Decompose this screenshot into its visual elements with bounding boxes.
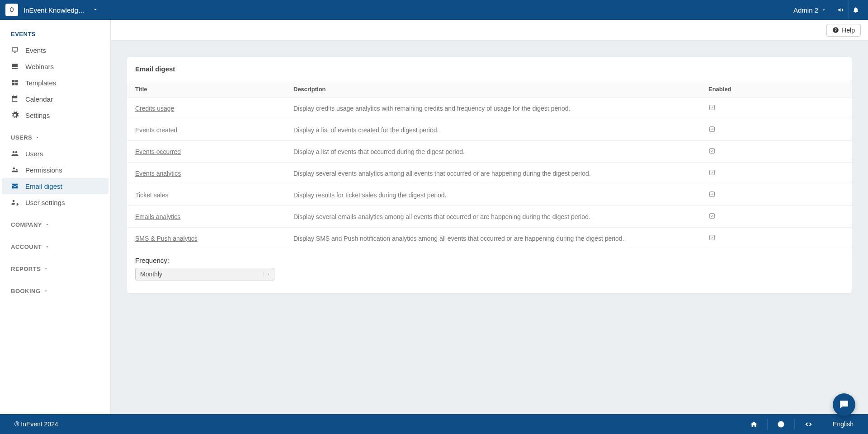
svg-rect-6 bbox=[710, 235, 715, 240]
sidebar-section-users[interactable]: USERS bbox=[0, 123, 110, 145]
footer-code-button[interactable] bbox=[795, 419, 822, 429]
brand-dropdown[interactable] bbox=[92, 6, 99, 14]
sidebar-item-user-settings[interactable]: User settings bbox=[0, 194, 110, 210]
row-title-link[interactable]: Credits usage bbox=[135, 105, 174, 112]
row-enabled-toggle[interactable] bbox=[700, 228, 852, 249]
chevron-down-icon bbox=[43, 266, 48, 271]
row-title-link[interactable]: Ticket sales bbox=[135, 191, 168, 199]
row-description: Display a list of events that occurred d… bbox=[285, 141, 700, 163]
row-title-link[interactable]: Events occurred bbox=[135, 148, 181, 155]
user-menu[interactable]: Admin 2 bbox=[793, 6, 826, 14]
table-row: Credits usageDisplay credits usage analy… bbox=[127, 98, 852, 119]
sidebar-item-permissions[interactable]: Permissions bbox=[0, 162, 110, 178]
row-enabled-toggle[interactable] bbox=[700, 184, 852, 206]
sidebar-item-email-digest[interactable]: Email digest bbox=[2, 178, 108, 194]
chat-icon bbox=[838, 399, 850, 411]
table-row: Events occurredDisplay a list of events … bbox=[127, 141, 852, 163]
row-title-link[interactable]: SMS & Push analytics bbox=[135, 235, 198, 242]
main-area: EVENTS Events Webinars Templates Calenda… bbox=[0, 20, 868, 414]
user-label: Admin 2 bbox=[793, 6, 818, 14]
copyright: ® InEvent 2024 bbox=[14, 420, 58, 428]
row-title-link[interactable]: Emails analytics bbox=[135, 213, 180, 220]
checkbox-checked-icon bbox=[708, 234, 716, 241]
footer-language[interactable]: English bbox=[833, 420, 854, 428]
frequency-select[interactable]: Monthly bbox=[135, 268, 274, 280]
checkbox-checked-icon bbox=[708, 169, 716, 176]
row-description: Display several emails analytics among a… bbox=[285, 206, 700, 228]
row-title-link[interactable]: Events created bbox=[135, 126, 177, 134]
email-digest-card: Email digest Title Description Enabled C… bbox=[127, 57, 852, 293]
section-label: ACCOUNT bbox=[11, 243, 42, 250]
frequency-value: Monthly bbox=[140, 271, 162, 278]
footer-help-button[interactable] bbox=[768, 419, 795, 429]
table-row: SMS & Push analyticsDisplay SMS and Push… bbox=[127, 228, 852, 249]
content-area: Help Email digest Title Description Enab… bbox=[111, 20, 868, 414]
sidebar-item-events[interactable]: Events bbox=[0, 42, 110, 58]
sidebar-item-templates[interactable]: Templates bbox=[0, 75, 110, 91]
col-description: Description bbox=[285, 81, 700, 98]
sidebar-item-label: Calendar bbox=[25, 95, 53, 103]
svg-rect-4 bbox=[710, 192, 715, 197]
digest-table: Title Description Enabled Credits usageD… bbox=[127, 81, 852, 249]
megaphone-icon bbox=[837, 6, 844, 14]
help-button[interactable]: Help bbox=[826, 24, 861, 37]
row-enabled-toggle[interactable] bbox=[700, 98, 852, 119]
sidebar-item-label: Templates bbox=[25, 79, 56, 87]
gear-icon bbox=[11, 111, 19, 119]
home-icon bbox=[750, 420, 758, 428]
col-title: Title bbox=[127, 81, 285, 98]
sidebar-item-label: Email digest bbox=[25, 182, 62, 190]
webinar-icon bbox=[11, 62, 19, 70]
top-header: InEvent Knowledge ... Admin 2 bbox=[0, 0, 868, 20]
sidebar-item-label: Permissions bbox=[25, 166, 62, 174]
code-icon bbox=[805, 420, 812, 428]
row-enabled-toggle[interactable] bbox=[700, 141, 852, 163]
sidebar-section-account[interactable]: ACCOUNT bbox=[0, 233, 110, 255]
footer-home-button[interactable] bbox=[741, 419, 768, 429]
notifications-button[interactable] bbox=[848, 0, 863, 20]
monitor-icon bbox=[11, 46, 19, 54]
sidebar-item-settings[interactable]: Settings bbox=[0, 107, 110, 123]
row-description: Display a list of events created for the… bbox=[285, 119, 700, 141]
row-enabled-toggle[interactable] bbox=[700, 206, 852, 228]
sidebar-item-label: Settings bbox=[25, 112, 50, 119]
row-enabled-toggle[interactable] bbox=[700, 119, 852, 141]
email-digest-icon bbox=[11, 182, 19, 190]
user-settings-icon bbox=[11, 198, 19, 206]
checkbox-checked-icon bbox=[708, 191, 716, 198]
chevron-down-icon bbox=[43, 289, 48, 294]
sidebar-section-company[interactable]: COMPANY bbox=[0, 210, 110, 233]
chat-launcher[interactable] bbox=[833, 393, 855, 416]
row-description: Display several events analytics among a… bbox=[285, 163, 700, 184]
row-description: Display SMS and Push notification analyt… bbox=[285, 228, 700, 249]
sidebar-item-label: Webinars bbox=[25, 63, 54, 70]
section-label: REPORTS bbox=[11, 266, 41, 272]
sidebar-item-label: Users bbox=[25, 150, 43, 158]
frequency-label: Frequency: bbox=[135, 257, 844, 264]
sidebar-section-events[interactable]: EVENTS bbox=[0, 20, 110, 42]
bell-icon bbox=[852, 6, 859, 14]
question-icon bbox=[777, 420, 785, 428]
content-toolbar: Help bbox=[111, 20, 868, 41]
card-title: Email digest bbox=[127, 57, 852, 81]
announcements-button[interactable] bbox=[834, 0, 848, 20]
row-title-link[interactable]: Events analytics bbox=[135, 170, 181, 177]
checkbox-checked-icon bbox=[708, 147, 716, 154]
sidebar-item-users[interactable]: Users bbox=[0, 145, 110, 162]
row-enabled-toggle[interactable] bbox=[700, 163, 852, 184]
svg-rect-3 bbox=[710, 170, 715, 175]
sidebar-item-webinars[interactable]: Webinars bbox=[0, 58, 110, 75]
sidebar-item-label: User settings bbox=[25, 199, 65, 206]
select-arrow bbox=[263, 272, 270, 276]
sidebar-section-reports[interactable]: REPORTS bbox=[0, 255, 110, 277]
col-enabled: Enabled bbox=[700, 81, 852, 98]
section-label: COMPANY bbox=[11, 221, 42, 228]
sidebar-section-booking[interactable]: BOOKING bbox=[0, 277, 110, 299]
checkbox-checked-icon bbox=[708, 104, 716, 111]
sidebar-item-calendar[interactable]: Calendar bbox=[0, 91, 110, 107]
help-label: Help bbox=[842, 27, 855, 34]
chevron-down-icon bbox=[821, 7, 826, 13]
help-icon bbox=[832, 27, 839, 33]
card-footer: Frequency: Monthly bbox=[127, 249, 852, 293]
brand-title: InEvent Knowledge ... bbox=[24, 6, 87, 14]
